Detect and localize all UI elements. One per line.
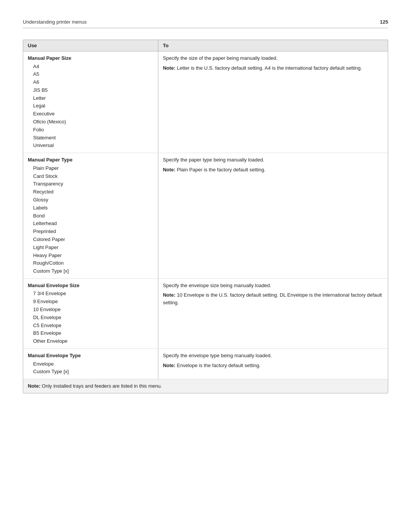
list-item: Heavy Paper <box>28 252 153 260</box>
list-item: 10 Envelope <box>28 306 153 314</box>
col2-note: Note: 10 Envelope is the U.S. factory de… <box>163 291 383 306</box>
col2-note: Note: Letter is the U.S. factory default… <box>163 64 383 72</box>
list-item: B5 Envelope <box>28 329 153 337</box>
table-row-manual-envelope-type: Manual Envelope TypeEnvelopeCustom Type … <box>23 349 388 379</box>
list-item: Letter <box>28 94 153 102</box>
col2-main-text: Specify the paper type being manually lo… <box>163 156 383 164</box>
table-row-manual-paper-size: Manual Paper SizeA4A5A6JIS B5LetterLegal… <box>23 51 388 153</box>
list-item: Card Stock <box>28 173 153 181</box>
note-label: Note: <box>163 65 175 71</box>
page-number: 125 <box>380 19 388 25</box>
list-item: Light Paper <box>28 244 153 252</box>
page-header-title: Understanding printer menus <box>23 19 87 25</box>
col2-main-text: Specify the envelope size being manually… <box>163 282 383 289</box>
list-item: Letterhead <box>28 220 153 228</box>
col2-note: Note: Plain Paper is the factory default… <box>163 166 383 174</box>
main-table: Use To Manual Paper SizeA4A5A6JIS B5Lett… <box>23 40 388 393</box>
footer-note-cell: Note: Only installed trays and feeders a… <box>23 379 388 393</box>
table-row-manual-paper-type: Manual Paper TypePlain PaperCard StockTr… <box>23 153 388 279</box>
list-item: A6 <box>28 78 153 86</box>
col1-cell-manual-envelope-type: Manual Envelope TypeEnvelopeCustom Type … <box>23 349 158 379</box>
list-item: Statement <box>28 134 153 142</box>
col2-cell-manual-envelope-size: Specify the envelope size being manually… <box>158 278 388 348</box>
col-to-header: To <box>158 40 388 51</box>
row-label-manual-envelope-size: Manual Envelope Size <box>28 282 153 289</box>
row-label-manual-paper-type: Manual Paper Type <box>28 156 153 164</box>
note-label: Note: <box>163 292 175 298</box>
list-item: Custom Type [x] <box>28 267 153 275</box>
col1-cell-manual-envelope-size: Manual Envelope Size7 3/4 Envelope9 Enve… <box>23 278 158 348</box>
row-label-manual-envelope-type: Manual Envelope Type <box>28 352 153 359</box>
list-item: Universal <box>28 142 153 150</box>
col2-cell-manual-paper-size: Specify the size of the paper being manu… <box>158 51 388 153</box>
table-row-manual-envelope-size: Manual Envelope Size7 3/4 Envelope9 Enve… <box>23 278 388 348</box>
list-item: Preprinted <box>28 228 153 236</box>
col1-cell-manual-paper-size: Manual Paper SizeA4A5A6JIS B5LetterLegal… <box>23 51 158 153</box>
list-item: DL Envelope <box>28 314 153 322</box>
col-use-header: Use <box>23 40 158 51</box>
note-text: Letter is the U.S. factory default setti… <box>175 65 362 71</box>
note-text: 10 Envelope is the U.S. factory default … <box>163 292 382 305</box>
list-item: Colored Paper <box>28 236 153 244</box>
list-item: Recycled <box>28 188 153 196</box>
list-item: Legal <box>28 102 153 110</box>
col2-cell-manual-envelope-type: Specify the envelope type being manually… <box>158 349 388 379</box>
list-item: Executive <box>28 110 153 118</box>
list-item: Envelope <box>28 360 153 368</box>
footer-note-text: Only installed trays and feeders are lis… <box>40 383 162 389</box>
page-header: Understanding printer menus 125 <box>23 19 388 28</box>
col2-main-text: Specify the size of the paper being manu… <box>163 54 383 62</box>
list-item: 7 3/4 Envelope <box>28 290 153 298</box>
list-item: Transparency <box>28 180 153 188</box>
list-item: Plain Paper <box>28 165 153 173</box>
col2-cell-manual-paper-type: Specify the paper type being manually lo… <box>158 153 388 279</box>
footer-note-label: Note: <box>28 383 40 389</box>
list-item: Labels <box>28 204 153 212</box>
page: Understanding printer menus 125 Use To M… <box>0 0 411 532</box>
list-item: 9 Envelope <box>28 298 153 306</box>
list-item: Custom Type [x] <box>28 368 153 376</box>
footer-note-row: Note: Only installed trays and feeders a… <box>23 379 388 393</box>
list-item: Other Envelope <box>28 337 153 345</box>
col2-main-text: Specify the envelope type being manually… <box>163 352 383 359</box>
note-label: Note: <box>163 363 175 368</box>
list-item: Bond <box>28 212 153 220</box>
note-label: Note: <box>163 167 175 173</box>
list-item: A5 <box>28 70 153 78</box>
row-label-manual-paper-size: Manual Paper Size <box>28 54 153 62</box>
list-item: Glossy <box>28 196 153 204</box>
main-table-wrap: Use To Manual Paper SizeA4A5A6JIS B5Lett… <box>23 40 388 393</box>
col2-note: Note: Envelope is the factory default se… <box>163 362 383 369</box>
note-text: Plain Paper is the factory default setti… <box>175 167 265 173</box>
list-item: A4 <box>28 63 153 71</box>
list-item: C5 Envelope <box>28 322 153 330</box>
col1-cell-manual-paper-type: Manual Paper TypePlain PaperCard StockTr… <box>23 153 158 279</box>
list-item: Oficio (Mexico) <box>28 118 153 126</box>
list-item: JIS B5 <box>28 86 153 94</box>
note-text: Envelope is the factory default setting. <box>175 363 260 368</box>
list-item: Rough/Cotton <box>28 259 153 267</box>
list-item: Folio <box>28 126 153 134</box>
